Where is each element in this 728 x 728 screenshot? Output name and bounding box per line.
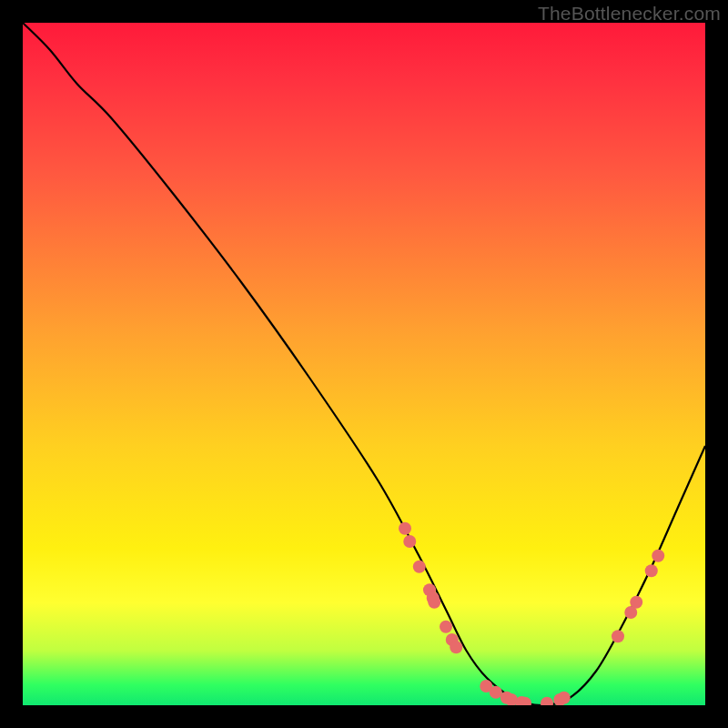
curve-point-marker	[515, 696, 528, 705]
curve-point-marker	[505, 693, 518, 705]
curve-point-marker	[624, 606, 637, 619]
curve-point-marker	[440, 621, 452, 633]
curve-point-marker	[558, 692, 571, 704]
curve-point-marker	[652, 550, 664, 562]
curve-point-marker	[428, 596, 440, 609]
curve-point-marker	[645, 564, 658, 577]
curve-point-marker	[423, 583, 436, 596]
chart-svg	[23, 23, 705, 705]
curve-point-marker	[480, 680, 492, 693]
bottleneck-curve	[23, 23, 705, 705]
chart-container: TheBottlenecker.com	[0, 0, 728, 728]
curve-point-marker	[490, 686, 502, 699]
curve-point-marker	[427, 592, 440, 604]
watermark-text: TheBottlenecker.com	[538, 3, 721, 25]
curve-point-marker	[399, 522, 411, 535]
curve-point-marker	[450, 641, 462, 653]
curve-markers	[399, 522, 664, 705]
curve-point-marker	[519, 697, 531, 705]
curve-point-marker	[500, 692, 513, 704]
curve-point-marker	[612, 630, 624, 642]
curve-point-marker	[446, 633, 459, 646]
curve-point-marker	[413, 561, 426, 573]
curve-point-marker	[403, 535, 416, 548]
curve-point-marker	[553, 693, 566, 705]
plot-area	[23, 23, 705, 705]
curve-point-marker	[541, 697, 553, 705]
curve-point-marker	[630, 596, 642, 609]
